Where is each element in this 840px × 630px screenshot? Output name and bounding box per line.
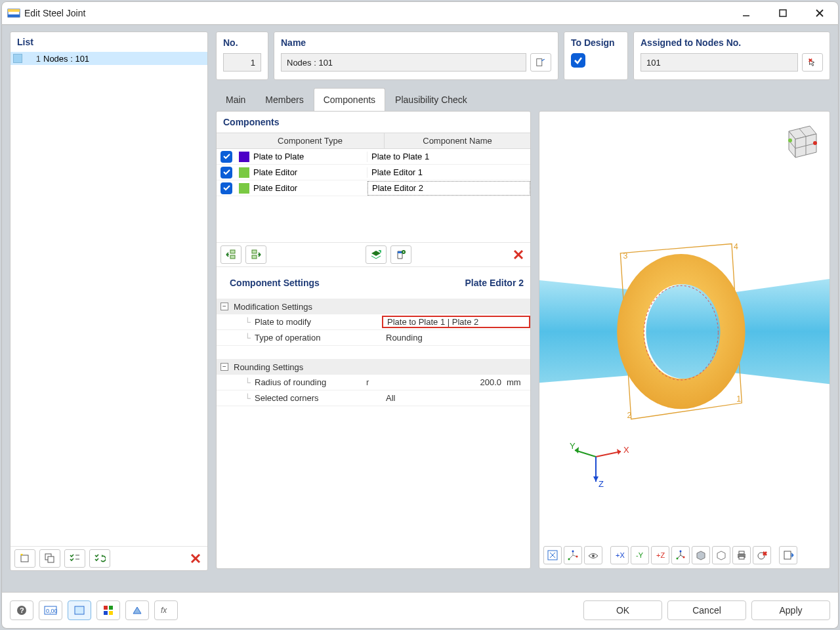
view-shade2-button[interactable] (712, 546, 730, 564)
settings-title: Component Settings (223, 272, 326, 293)
view-axes-button[interactable] (564, 546, 582, 564)
svg-text:-Y: -Y (636, 551, 644, 559)
edit-name-button[interactable] (530, 53, 551, 72)
row-name: Plate Editor 2 (368, 181, 530, 196)
move-up-button[interactable] (220, 245, 242, 264)
popout-button[interactable] (779, 546, 797, 564)
list-item-index: 1 (28, 54, 41, 64)
table-row[interactable]: Plate Editor Plate Editor 1 (217, 165, 530, 180)
fx-button[interactable]: fx (154, 600, 178, 620)
new-item-button[interactable] (14, 549, 35, 568)
corners-value[interactable]: All (382, 393, 530, 403)
reset-button[interactable] (753, 546, 771, 564)
table-row[interactable]: Plate Editor Plate Editor 2 (217, 180, 530, 196)
tab-components[interactable]: Components (314, 88, 385, 111)
radius-value[interactable]: 200.0 (382, 377, 504, 387)
colors-button[interactable] (96, 600, 120, 620)
components-title: Components (217, 112, 530, 133)
list-item[interactable]: 1 Nodes : 101 (10, 52, 207, 65)
setting-radius[interactable]: └ Radius of rounding r 200.0 mm (217, 375, 530, 390)
viewport-toolbar: +X -Y +Z (543, 546, 826, 564)
no-field[interactable] (223, 53, 261, 72)
to-design-checkbox[interactable] (571, 53, 585, 68)
row-checkbox[interactable] (220, 151, 232, 163)
svg-text:2: 2 (627, 411, 632, 420)
check-all-button[interactable] (64, 549, 85, 568)
view-fit-button[interactable] (543, 546, 562, 564)
group-rounding[interactable]: − Rounding Settings (217, 359, 530, 375)
svg-rect-20 (230, 255, 235, 259)
assigned-nodes-label: Assigned to Nodes No. (640, 37, 823, 48)
svg-line-44 (596, 452, 621, 457)
viewport-3d[interactable]: 3 4 1 2 (539, 111, 830, 569)
view-plusx-button[interactable]: +X (610, 546, 629, 564)
operation-value[interactable]: Rounding (382, 333, 530, 343)
row-checkbox[interactable] (220, 182, 232, 194)
cancel-button[interactable]: Cancel (667, 600, 746, 620)
view-rect-button[interactable] (68, 600, 91, 620)
assigned-nodes-field[interactable] (640, 53, 798, 72)
tab-plausibility[interactable]: Plausibility Check (385, 88, 477, 111)
setting-plate-to-modify[interactable]: └ Plate to modify Plate to Plate 1 | Pla… (217, 314, 530, 330)
view-cube[interactable] (776, 117, 823, 164)
maximize-button[interactable] (774, 4, 792, 22)
move-down-button[interactable] (245, 245, 266, 264)
view-minusy-button[interactable]: -Y (631, 546, 649, 564)
svg-marker-48 (575, 447, 579, 453)
collapse-icon[interactable]: − (220, 363, 228, 371)
row-type: Plate Editor (253, 183, 297, 193)
duplicate-button[interactable] (39, 549, 60, 568)
plate-to-modify-value[interactable]: Plate to Plate 1 | Plate 2 (382, 316, 530, 328)
view-eye-button[interactable] (584, 546, 602, 564)
tab-main[interactable]: Main (216, 88, 255, 111)
svg-marker-65 (717, 551, 725, 560)
row-color (239, 152, 249, 162)
svg-point-43 (813, 141, 817, 145)
print-button[interactable] (732, 546, 751, 564)
table-row[interactable]: Plate to Plate Plate to Plate 1 (217, 149, 530, 165)
delete-component-button[interactable] (511, 245, 526, 264)
help-button[interactable]: ? (10, 600, 33, 620)
shape-button[interactable] (125, 600, 149, 620)
tab-members[interactable]: Members (255, 88, 313, 111)
svg-text:fx: fx (161, 606, 167, 615)
svg-point-54 (568, 558, 570, 560)
view-iso-button[interactable] (671, 546, 690, 564)
row-checkbox[interactable] (220, 167, 232, 178)
col-component-name: Component Name (385, 133, 530, 148)
row-color (239, 183, 249, 194)
units-button[interactable]: 0,00 (39, 600, 62, 620)
svg-point-42 (788, 138, 792, 142)
tab-bar: Main Members Components Plausibility Che… (216, 88, 830, 111)
row-name: Plate Editor 1 (368, 165, 530, 180)
list-panel: List 1 Nodes : 101 (10, 32, 208, 571)
close-button[interactable] (810, 4, 829, 22)
collapse-icon[interactable]: − (220, 303, 228, 310)
ok-button[interactable]: OK (583, 600, 662, 620)
components-toolbar (217, 242, 530, 266)
svg-rect-7 (21, 555, 28, 562)
view-shade1-button[interactable] (692, 546, 710, 564)
setting-corners[interactable]: └ Selected corners All (217, 390, 530, 406)
svg-text:?: ? (20, 606, 24, 614)
name-field[interactable] (281, 53, 526, 72)
export-button[interactable] (390, 245, 411, 264)
components-panel: Components Component Type Component Name… (216, 111, 531, 569)
import-button[interactable] (366, 245, 387, 264)
svg-rect-1 (8, 9, 20, 12)
list-title: List (10, 32, 207, 52)
delete-button[interactable] (188, 549, 203, 568)
reload-button[interactable] (89, 549, 110, 568)
components-header: Component Type Component Name (217, 133, 530, 149)
apply-button[interactable]: Apply (751, 600, 830, 620)
svg-text:Z: Z (598, 479, 604, 489)
view-plusz-button[interactable]: +Z (651, 546, 669, 564)
pick-nodes-button[interactable] (802, 53, 823, 72)
component-settings: Component Settings Plate Editor 2 − Modi… (217, 266, 530, 406)
minimize-button[interactable] (737, 4, 755, 22)
group-modification[interactable]: − Modification Settings (217, 299, 530, 314)
to-design-label: To Design (571, 37, 621, 48)
svg-marker-64 (697, 551, 705, 560)
setting-operation[interactable]: └ Type of operation Rounding (217, 330, 530, 346)
svg-rect-23 (398, 251, 402, 253)
